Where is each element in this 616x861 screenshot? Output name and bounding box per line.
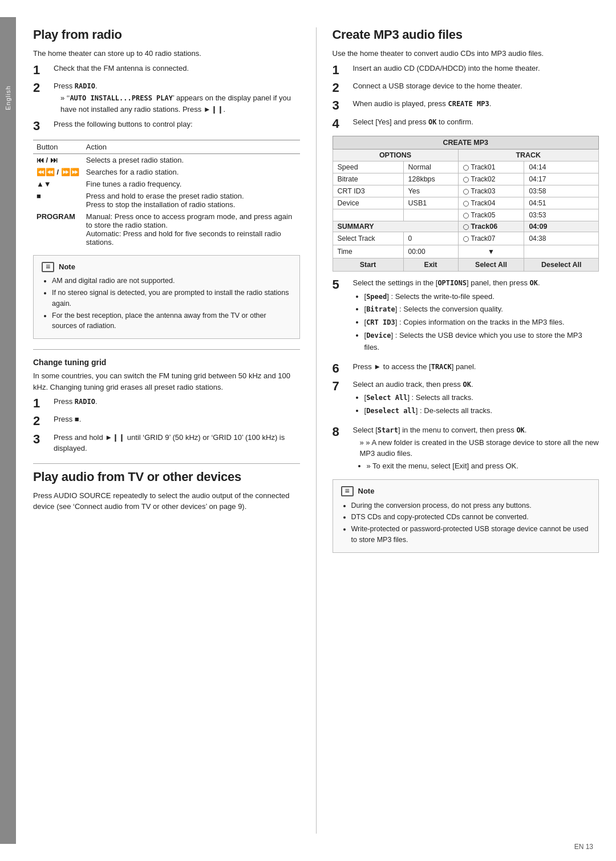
track-03-name: Track03 bbox=[458, 185, 524, 197]
mp3-step-3-text: When audio is played, press CREATE MP3. bbox=[353, 98, 599, 110]
mp3-step-7-text: Select an audio track, then press OK. [S… bbox=[353, 379, 599, 422]
summary-select-track-row: Select Track 0 Track07 04:38 bbox=[333, 232, 599, 245]
action-prev-next: Selects a preset radio station. bbox=[83, 153, 300, 166]
step5-b2: [Bitrate] : Selects the conversion quali… bbox=[364, 304, 599, 316]
mp3-step-2: 2 Connect a USB storage device to the ho… bbox=[333, 80, 599, 95]
step-3-num: 3 bbox=[33, 119, 51, 134]
change-tuning-title: Change tuning grid bbox=[33, 349, 300, 367]
track-01-radio[interactable] bbox=[463, 165, 469, 171]
note-item-3: For the best reception, place the antenn… bbox=[52, 310, 291, 332]
opt-val-device: USB1 bbox=[403, 197, 458, 209]
action-program: Manual: Press once to access program mod… bbox=[83, 211, 300, 248]
note-box-radio: Note AM and digital radio are not suppor… bbox=[33, 255, 300, 339]
options-header: OPTIONS bbox=[333, 149, 458, 161]
track-04-name: Track04 bbox=[458, 197, 524, 209]
step-1-text: Check that the FM antenna is connected. bbox=[54, 63, 300, 74]
step8-sublist: » A new folder is created in the USB sto… bbox=[353, 437, 599, 472]
step5-bullets: [Speed] : Selects the write-to-file spee… bbox=[353, 291, 599, 354]
step5-b3: [CRT ID3] : Copies information on the tr… bbox=[364, 317, 599, 329]
tuning-step-2-num: 2 bbox=[33, 414, 51, 429]
mp3-step-6-text: Press ► to access the [TRACK] panel. bbox=[353, 361, 599, 373]
action-stop: Press and hold to erase the preset radio… bbox=[83, 190, 300, 211]
select-track-val: 0 bbox=[403, 232, 458, 245]
tuning-step-3: 3 Press and hold ►❙❙ until ‘GRID 9’ (50 … bbox=[33, 432, 300, 454]
mp3-table-subheader: OPTIONS TRACK bbox=[333, 149, 599, 161]
tuning-step-2: 2 Press ■. bbox=[33, 414, 300, 429]
step7-b2: [Deselect all] : De-selects all tracks. bbox=[364, 405, 599, 417]
step-1: 1 Check that the FM antenna is connected… bbox=[33, 63, 300, 78]
table-row: PROGRAM Manual: Press once to access pro… bbox=[33, 211, 300, 248]
step-2-num: 2 bbox=[33, 80, 51, 95]
col-button: Button bbox=[33, 140, 83, 153]
create-mp3-kw: CREATE MP3 bbox=[448, 100, 489, 108]
mp3-step-5-num: 5 bbox=[333, 277, 351, 292]
radio-kw2: RADIO bbox=[75, 398, 95, 406]
mp3-step-6: 6 Press ► to access the [TRACK] panel. bbox=[333, 361, 599, 376]
mp3-step-1-text: Insert an audio CD (CDDA/HDCD) into the … bbox=[353, 63, 599, 74]
track-07-name: Track07 bbox=[458, 232, 524, 245]
track-02-name: Track02 bbox=[458, 173, 524, 185]
divider bbox=[33, 463, 300, 464]
opt-key-device: Device bbox=[333, 197, 403, 209]
mp3-step-1: 1 Insert an audio CD (CDDA/HDCD) into th… bbox=[333, 63, 599, 78]
btn-rew-ff: ⏪⏪ / ⏩⏩ bbox=[33, 166, 83, 178]
track-05-name: Track05 bbox=[458, 209, 524, 221]
mp3-step-8-text: Select [Start] in the menu to convert, t… bbox=[353, 425, 599, 472]
track-03-radio[interactable] bbox=[463, 189, 469, 195]
opt-key-bitrate: Bitrate bbox=[333, 173, 403, 185]
tuning-step-3-num: 3 bbox=[33, 432, 51, 447]
track-02-radio[interactable] bbox=[463, 177, 469, 183]
mp3-table-title-row: CREATE MP3 bbox=[333, 136, 599, 149]
play-from-radio-title: Play from radio bbox=[33, 27, 300, 42]
mp3-step-4-text: Select [Yes] and press OK to confirm. bbox=[353, 116, 599, 128]
control-table: Button Action ⏮ / ⏭ Selects a preset rad… bbox=[33, 140, 300, 248]
mp3-step-1-num: 1 bbox=[333, 63, 351, 78]
step-3-text: Press the following buttons to control p… bbox=[54, 119, 300, 130]
mp3-step-2-text: Connect a USB storage device to the home… bbox=[353, 80, 599, 92]
step-2-sub-1: ‘‘AUTO INSTALL...PRESS PLAY’ appears on … bbox=[60, 92, 300, 115]
track-header: TRACK bbox=[458, 149, 598, 161]
mp3-data-row-2: Bitrate 128kbps Track02 04:17 bbox=[333, 173, 599, 185]
action-row: Start Exit Select All Deselect All bbox=[333, 258, 599, 272]
note-label-mp3: Note bbox=[358, 486, 375, 497]
action-rew-ff: Searches for a radio station. bbox=[83, 166, 300, 178]
track-02-time: 04:17 bbox=[524, 173, 599, 185]
track-07-time: 04:38 bbox=[524, 232, 599, 245]
main-content: Play from radio The home theater can sto… bbox=[16, 17, 616, 844]
track-07-radio[interactable] bbox=[463, 236, 469, 242]
mp3-step-5-text: Select the settings in the [OPTIONS] pan… bbox=[353, 277, 599, 358]
mp3-data-row-4: Device USB1 Track04 04:51 bbox=[333, 197, 599, 209]
options-kw: OPTIONS bbox=[437, 279, 467, 287]
track-scroll-down: ▼ bbox=[458, 245, 524, 258]
mp3-step-8-num: 8 bbox=[333, 425, 351, 439]
action-select-all[interactable]: Select All bbox=[458, 258, 524, 272]
opt-val-speed: Normal bbox=[403, 161, 458, 173]
time-val: 00:00 bbox=[403, 245, 458, 258]
opt-key-speed: Speed bbox=[333, 161, 403, 173]
track-01-time: 04:14 bbox=[524, 161, 599, 173]
step-1-num: 1 bbox=[33, 63, 51, 78]
action-start[interactable]: Start bbox=[333, 258, 403, 272]
page-number: EN 13 bbox=[574, 843, 593, 851]
note-item-2: If no stereo signal is detected, you are… bbox=[52, 288, 291, 309]
step-2-text: Press RADIO. ‘‘AUTO INSTALL...PRESS PLAY… bbox=[54, 80, 300, 116]
track-05-radio[interactable] bbox=[463, 213, 469, 219]
action-exit[interactable]: Exit bbox=[403, 258, 458, 272]
step7-b1: [Select All] : Selects all tracks. bbox=[364, 392, 599, 404]
page-footer: EN 13 bbox=[574, 843, 593, 851]
create-mp3-steps2: 5 Select the settings in the [OPTIONS] p… bbox=[333, 277, 599, 472]
mp3-step-8: 8 Select [Start] in the menu to convert,… bbox=[333, 425, 599, 472]
track-04-radio[interactable] bbox=[463, 201, 469, 207]
step7-bullets: [Select All] : Selects all tracks. [Dese… bbox=[353, 392, 599, 417]
note-box-mp3: Note During the conversion process, do n… bbox=[333, 479, 599, 553]
step5-b1: [Speed] : Selects the write-to-file spee… bbox=[364, 291, 599, 303]
mp3-step-5: 5 Select the settings in the [OPTIONS] p… bbox=[333, 277, 599, 358]
btn-prev-next: ⏮ / ⏭ bbox=[33, 153, 83, 166]
note-mp3-item-1: During the conversion process, do not pr… bbox=[351, 500, 591, 511]
language-label: English bbox=[5, 86, 11, 110]
track-04-time: 04:51 bbox=[524, 197, 599, 209]
track-06-radio[interactable] bbox=[463, 224, 469, 230]
time-label: Time bbox=[333, 245, 403, 258]
action-deselect-all[interactable]: Deselect All bbox=[524, 258, 599, 272]
opt-key-crtid3: CRT ID3 bbox=[333, 185, 403, 197]
